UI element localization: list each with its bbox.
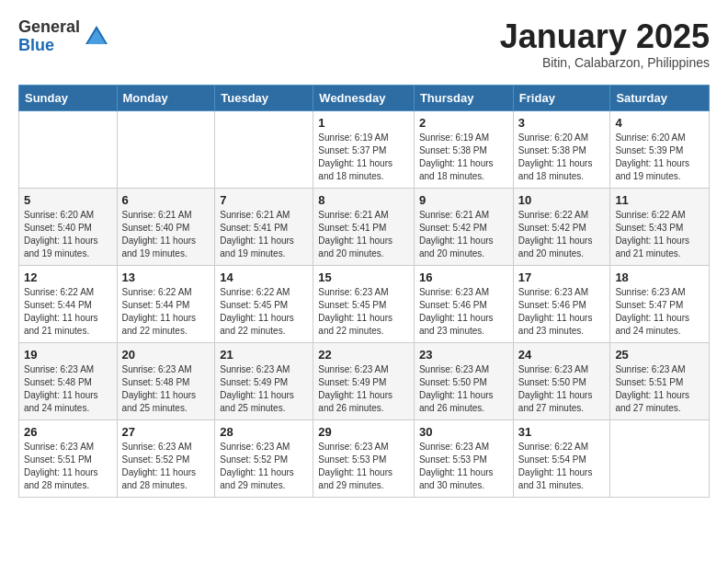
calendar-cell: 2Sunrise: 6:19 AM Sunset: 5:38 PM Daylig… <box>414 110 513 188</box>
day-number: 27 <box>122 425 210 439</box>
day-number: 1 <box>318 116 409 130</box>
day-detail: Sunrise: 6:21 AM Sunset: 5:41 PM Dayligh… <box>220 209 308 260</box>
day-detail: Sunrise: 6:23 AM Sunset: 5:51 PM Dayligh… <box>24 441 112 492</box>
calendar-cell <box>19 110 118 188</box>
day-number: 19 <box>24 348 112 362</box>
day-detail: Sunrise: 6:23 AM Sunset: 5:53 PM Dayligh… <box>318 441 409 492</box>
day-detail: Sunrise: 6:21 AM Sunset: 5:42 PM Dayligh… <box>419 209 508 260</box>
calendar-week-row: 5Sunrise: 6:20 AM Sunset: 5:40 PM Daylig… <box>19 188 710 265</box>
logo-general: General <box>18 18 80 37</box>
calendar-week-row: 12Sunrise: 6:22 AM Sunset: 5:44 PM Dayli… <box>19 265 710 342</box>
day-detail: Sunrise: 6:23 AM Sunset: 5:48 PM Dayligh… <box>122 363 210 415</box>
day-number: 12 <box>24 270 112 284</box>
day-detail: Sunrise: 6:23 AM Sunset: 5:53 PM Dayligh… <box>419 441 508 492</box>
day-number: 3 <box>518 116 606 130</box>
day-number: 21 <box>220 348 308 362</box>
day-detail: Sunrise: 6:23 AM Sunset: 5:51 PM Dayligh… <box>615 363 704 415</box>
calendar-cell: 8Sunrise: 6:21 AM Sunset: 5:41 PM Daylig… <box>313 188 415 265</box>
day-number: 24 <box>518 348 606 362</box>
weekday-header-tuesday: Tuesday <box>215 85 313 110</box>
day-detail: Sunrise: 6:22 AM Sunset: 5:44 PM Dayligh… <box>122 286 210 338</box>
calendar-cell: 19Sunrise: 6:23 AM Sunset: 5:48 PM Dayli… <box>19 342 118 419</box>
day-detail: Sunrise: 6:23 AM Sunset: 5:47 PM Dayligh… <box>615 286 704 338</box>
calendar-cell: 24Sunrise: 6:23 AM Sunset: 5:50 PM Dayli… <box>513 342 610 419</box>
title-block: January 2025 Bitin, Calabarzon, Philippi… <box>500 18 710 70</box>
calendar-cell: 14Sunrise: 6:22 AM Sunset: 5:45 PM Dayli… <box>215 265 313 342</box>
calendar-cell: 28Sunrise: 6:23 AM Sunset: 5:52 PM Dayli… <box>215 419 313 497</box>
weekday-header-wednesday: Wednesday <box>313 85 415 110</box>
calendar-cell: 9Sunrise: 6:21 AM Sunset: 5:42 PM Daylig… <box>414 188 513 265</box>
calendar-cell <box>215 110 313 188</box>
day-detail: Sunrise: 6:20 AM Sunset: 5:38 PM Dayligh… <box>518 132 606 183</box>
calendar-cell: 7Sunrise: 6:21 AM Sunset: 5:41 PM Daylig… <box>215 188 313 265</box>
weekday-header-friday: Friday <box>513 85 610 110</box>
day-number: 26 <box>24 425 112 439</box>
calendar-cell: 4Sunrise: 6:20 AM Sunset: 5:39 PM Daylig… <box>610 110 710 188</box>
calendar-cell: 12Sunrise: 6:22 AM Sunset: 5:44 PM Dayli… <box>19 265 118 342</box>
calendar-cell <box>610 419 710 497</box>
day-number: 9 <box>419 193 508 207</box>
day-detail: Sunrise: 6:23 AM Sunset: 5:46 PM Dayligh… <box>518 286 606 338</box>
subtitle: Bitin, Calabarzon, Philippines <box>500 55 710 70</box>
weekday-header-monday: Monday <box>117 85 215 110</box>
day-number: 28 <box>220 425 308 439</box>
day-detail: Sunrise: 6:19 AM Sunset: 5:38 PM Dayligh… <box>419 132 508 183</box>
logo-icon <box>84 24 109 50</box>
main-title: January 2025 <box>500 18 710 55</box>
day-number: 15 <box>318 270 409 284</box>
day-detail: Sunrise: 6:23 AM Sunset: 5:48 PM Dayligh… <box>24 363 112 415</box>
calendar-cell: 6Sunrise: 6:21 AM Sunset: 5:40 PM Daylig… <box>117 188 215 265</box>
day-number: 25 <box>615 348 704 362</box>
calendar-cell: 31Sunrise: 6:22 AM Sunset: 5:54 PM Dayli… <box>513 419 610 497</box>
calendar-cell: 16Sunrise: 6:23 AM Sunset: 5:46 PM Dayli… <box>414 265 513 342</box>
calendar-cell: 5Sunrise: 6:20 AM Sunset: 5:40 PM Daylig… <box>19 188 118 265</box>
day-detail: Sunrise: 6:22 AM Sunset: 5:45 PM Dayligh… <box>220 286 308 338</box>
calendar-cell: 11Sunrise: 6:22 AM Sunset: 5:43 PM Dayli… <box>610 188 710 265</box>
day-detail: Sunrise: 6:23 AM Sunset: 5:45 PM Dayligh… <box>318 286 409 338</box>
logo: General Blue <box>18 18 109 55</box>
weekday-header-saturday: Saturday <box>610 85 710 110</box>
day-number: 13 <box>122 270 210 284</box>
day-detail: Sunrise: 6:23 AM Sunset: 5:46 PM Dayligh… <box>419 286 508 338</box>
day-detail: Sunrise: 6:20 AM Sunset: 5:39 PM Dayligh… <box>615 132 704 183</box>
day-detail: Sunrise: 6:21 AM Sunset: 5:40 PM Dayligh… <box>122 209 210 260</box>
calendar-cell: 18Sunrise: 6:23 AM Sunset: 5:47 PM Dayli… <box>610 265 710 342</box>
weekday-header-row: SundayMondayTuesdayWednesdayThursdayFrid… <box>19 85 710 110</box>
day-detail: Sunrise: 6:23 AM Sunset: 5:52 PM Dayligh… <box>122 441 210 492</box>
weekday-header-thursday: Thursday <box>414 85 513 110</box>
day-number: 31 <box>518 425 606 439</box>
day-detail: Sunrise: 6:20 AM Sunset: 5:40 PM Dayligh… <box>24 209 112 260</box>
calendar-body: 1Sunrise: 6:19 AM Sunset: 5:37 PM Daylig… <box>19 110 710 497</box>
day-detail: Sunrise: 6:22 AM Sunset: 5:42 PM Dayligh… <box>518 209 606 260</box>
calendar-cell: 30Sunrise: 6:23 AM Sunset: 5:53 PM Dayli… <box>414 419 513 497</box>
day-detail: Sunrise: 6:21 AM Sunset: 5:41 PM Dayligh… <box>318 209 409 260</box>
day-detail: Sunrise: 6:23 AM Sunset: 5:49 PM Dayligh… <box>220 363 308 415</box>
calendar-week-row: 26Sunrise: 6:23 AM Sunset: 5:51 PM Dayli… <box>19 419 710 497</box>
day-number: 20 <box>122 348 210 362</box>
calendar-cell: 27Sunrise: 6:23 AM Sunset: 5:52 PM Dayli… <box>117 419 215 497</box>
day-detail: Sunrise: 6:22 AM Sunset: 5:54 PM Dayligh… <box>518 441 606 492</box>
day-detail: Sunrise: 6:23 AM Sunset: 5:52 PM Dayligh… <box>220 441 308 492</box>
day-detail: Sunrise: 6:23 AM Sunset: 5:49 PM Dayligh… <box>318 363 409 415</box>
day-number: 10 <box>518 193 606 207</box>
logo-blue: Blue <box>18 37 80 55</box>
day-number: 16 <box>419 270 508 284</box>
calendar-table: SundayMondayTuesdayWednesdayThursdayFrid… <box>18 85 710 498</box>
day-number: 11 <box>615 193 704 207</box>
day-number: 8 <box>318 193 409 207</box>
calendar-cell: 3Sunrise: 6:20 AM Sunset: 5:38 PM Daylig… <box>513 110 610 188</box>
calendar-cell: 13Sunrise: 6:22 AM Sunset: 5:44 PM Dayli… <box>117 265 215 342</box>
day-number: 5 <box>24 193 112 207</box>
calendar-cell: 25Sunrise: 6:23 AM Sunset: 5:51 PM Dayli… <box>610 342 710 419</box>
calendar-week-row: 1Sunrise: 6:19 AM Sunset: 5:37 PM Daylig… <box>19 110 710 188</box>
calendar-cell: 29Sunrise: 6:23 AM Sunset: 5:53 PM Dayli… <box>313 419 415 497</box>
calendar-cell: 1Sunrise: 6:19 AM Sunset: 5:37 PM Daylig… <box>313 110 415 188</box>
day-number: 7 <box>220 193 308 207</box>
calendar-cell: 23Sunrise: 6:23 AM Sunset: 5:50 PM Dayli… <box>414 342 513 419</box>
calendar-week-row: 19Sunrise: 6:23 AM Sunset: 5:48 PM Dayli… <box>19 342 710 419</box>
day-number: 14 <box>220 270 308 284</box>
day-number: 18 <box>615 270 704 284</box>
day-number: 29 <box>318 425 409 439</box>
calendar-cell: 10Sunrise: 6:22 AM Sunset: 5:42 PM Dayli… <box>513 188 610 265</box>
calendar-cell <box>117 110 215 188</box>
